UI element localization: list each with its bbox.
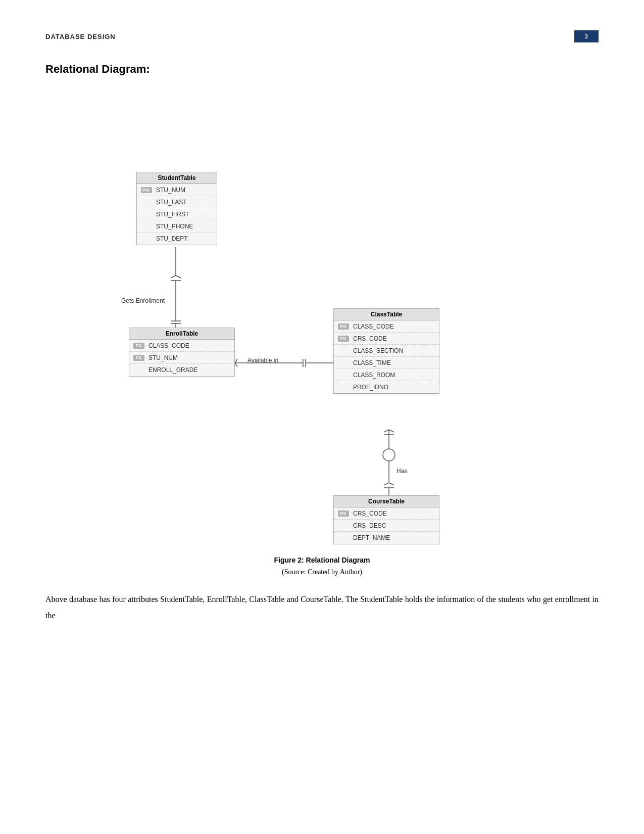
- page-number: 2: [574, 30, 599, 42]
- course-field-2: CRS_DESC: [334, 520, 439, 532]
- pk-badge-3: PK: [338, 511, 349, 517]
- svg-line-22: [384, 483, 389, 485]
- enroll-field-2: FK STU_NUM: [129, 352, 234, 364]
- gets-enrollment-label: Gets Enrollment: [121, 297, 165, 304]
- available-in-label: Available in: [247, 357, 278, 364]
- student-field-2: STU_LAST: [137, 196, 217, 208]
- course-field-1: PK CRS_CODE: [334, 507, 439, 520]
- student-field-4: STU_PHONE: [137, 220, 217, 233]
- svg-line-18: [389, 430, 394, 432]
- section-heading: Relational Diagram:: [45, 63, 599, 76]
- enroll-table-header: EnrollTable: [129, 328, 234, 340]
- class-field-3: CLASS_SECTION: [334, 345, 439, 357]
- class-field-4: CLASS_TIME: [334, 357, 439, 369]
- student-field-5: STU_DEPT: [137, 233, 217, 245]
- svg-line-23: [389, 483, 394, 485]
- svg-line-11: [235, 363, 237, 367]
- svg-point-20: [383, 449, 395, 461]
- fk-badge-3: FK: [338, 336, 349, 342]
- pk-badge-2: PK: [338, 323, 349, 330]
- course-table-header: CourseTable: [334, 496, 439, 507]
- class-field-5: CLASS_ROOM: [334, 369, 439, 381]
- fk-badge-2: FK: [133, 355, 144, 361]
- enroll-field-3: ENROLL_GRADE: [129, 364, 234, 376]
- class-field-2: FK CRS_CODE: [334, 333, 439, 345]
- class-table: ClassTable PK CLASS_CODE FK CRS_CODE CLA…: [333, 308, 439, 394]
- svg-line-2: [176, 275, 181, 278]
- diagram-area: StudentTable PK STU_NUM STU_LAST STU_FIR…: [45, 91, 599, 546]
- class-table-header: ClassTable: [334, 309, 439, 320]
- page-header-title: DATABASE DESIGN: [45, 33, 116, 40]
- enroll-table: EnrollTable FK CLASS_CODE FK STU_NUM ENR…: [129, 328, 235, 377]
- svg-line-17: [384, 430, 389, 432]
- has-label: Has: [397, 468, 407, 475]
- student-table-header: StudentTable: [137, 172, 217, 184]
- svg-line-1: [171, 275, 176, 278]
- student-table: StudentTable PK STU_NUM STU_LAST STU_FIR…: [136, 172, 217, 245]
- figure-source: (Source: Created by Author): [45, 568, 599, 576]
- body-text: Above database has four attributes Stude…: [45, 591, 599, 624]
- course-field-3: DEPT_NAME: [334, 532, 439, 544]
- fk-badge-1: FK: [133, 343, 144, 349]
- enroll-field-1: FK CLASS_CODE: [129, 340, 234, 352]
- class-field-6: PROF_IDNO: [334, 381, 439, 393]
- pk-badge: PK: [141, 187, 152, 193]
- course-table: CourseTable PK CRS_CODE CRS_DESC DEPT_NA…: [333, 495, 439, 544]
- class-field-1: PK CLASS_CODE: [334, 320, 439, 333]
- student-field-3: STU_FIRST: [137, 208, 217, 220]
- figure-caption: Figure 2: Relational Diagram: [45, 556, 599, 564]
- student-field-1: PK STU_NUM: [137, 184, 217, 196]
- diagram-connectors: [45, 91, 599, 546]
- svg-line-10: [235, 359, 237, 363]
